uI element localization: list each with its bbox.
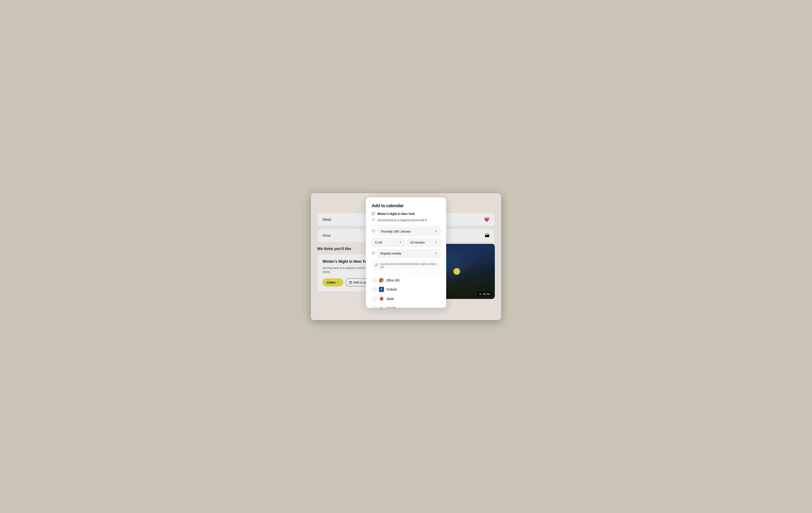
- office365-label: Office 365: [386, 279, 400, 282]
- radio-outlook[interactable]: [373, 287, 376, 291]
- calendar-option-outlook[interactable]: P Outlook: [372, 285, 440, 294]
- calendar-option-google[interactable]: G Google: [372, 303, 440, 308]
- office365-icon: [379, 278, 384, 283]
- time-chevron-icon: ▼: [399, 241, 402, 244]
- link-icon: [375, 263, 378, 267]
- apple-icon: 🍎: [379, 296, 384, 301]
- modal-date-row: Thursday 18th January ▼: [372, 227, 440, 235]
- outlook-label: Outlook: [386, 288, 397, 291]
- date-value: Thursday 18th January: [380, 230, 411, 233]
- apple-label: Apple: [386, 297, 394, 301]
- duration-chevron-icon: ▼: [435, 241, 437, 244]
- modal-url-row: uat.dev-unmind.com/shorts/winters-night-…: [372, 260, 440, 270]
- repeat-dropdown[interactable]: Repeats weekly ▼: [377, 249, 440, 257]
- duration-dropdown[interactable]: 10 minutes ▼: [407, 238, 440, 247]
- divider-2: [372, 274, 440, 274]
- modal-event-desc-row: Journey back to a magical concert hall i…: [372, 218, 440, 222]
- repeat-chevron-icon: ▼: [435, 252, 437, 255]
- time-value: 11:00: [375, 241, 382, 244]
- google-label: Google: [386, 306, 396, 308]
- duration-value: 10 minutes: [410, 241, 425, 244]
- repeat-value: Repeats weekly: [380, 252, 401, 255]
- modal-title: Add to calendar: [372, 203, 440, 208]
- app-window: Sleep 🌙 Body 💗 Grow 🌸 Overcome 🏔 We thin…: [311, 193, 501, 320]
- modal-event-description: Journey back to a magical concert hall i…: [377, 219, 427, 222]
- modal-event-title: Winter's Night in New York: [377, 212, 415, 216]
- google-icon: G: [379, 306, 384, 308]
- lines-icon: [372, 218, 375, 222]
- radio-office365[interactable]: [373, 278, 376, 282]
- modal-time-row: 11:00 ▼ 10 minutes ▼: [372, 238, 440, 247]
- date-chevron-icon: ▼: [435, 230, 437, 233]
- modal-repeat-row: Repeats weekly ▼: [372, 249, 440, 257]
- outlook-icon: P: [379, 287, 384, 292]
- calendar-option-office365[interactable]: Office 365: [372, 276, 440, 285]
- repeat-icon: [372, 251, 375, 256]
- pencil-icon: [372, 212, 375, 216]
- date-dropdown[interactable]: Thursday 18th January ▼: [377, 227, 440, 235]
- radio-apple[interactable]: [373, 297, 376, 301]
- add-to-calendar-modal: Add to calendar Winter's Night in New Yo…: [366, 197, 446, 308]
- modal-url: uat.dev-unmind.com/shorts/winters-night-…: [380, 262, 437, 268]
- calendar-options: Office 365 P Outlook 🍎 Apple: [372, 276, 440, 308]
- time-dropdown[interactable]: 11:00 ▼: [372, 238, 405, 247]
- modal-overlay: Add to calendar Winter's Night in New Yo…: [311, 193, 501, 320]
- radio-google[interactable]: [373, 306, 376, 308]
- clock-icon: [372, 229, 375, 233]
- modal-event-title-row: Winter's Night in New York: [372, 212, 440, 216]
- calendar-option-apple[interactable]: 🍎 Apple: [372, 294, 440, 303]
